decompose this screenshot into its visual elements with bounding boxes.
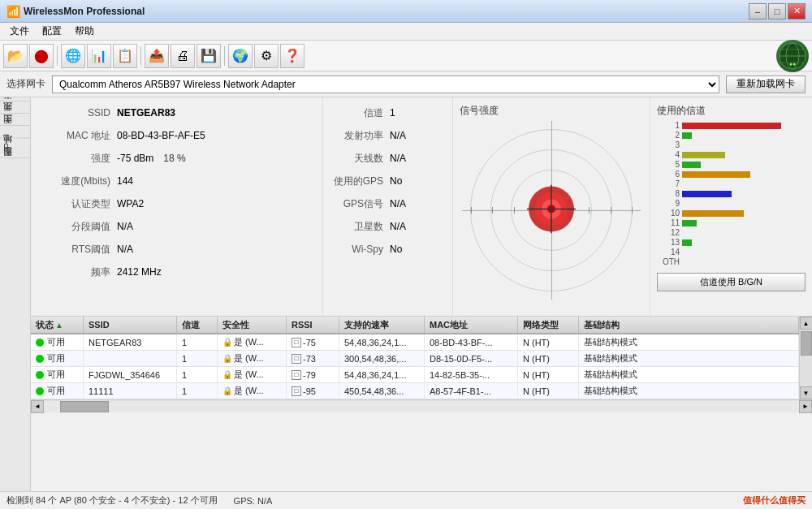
sort-arrow: ▲: [55, 321, 63, 330]
extra-info-panel: 信道 1 发射功率 N/A 天线数 N/A 使用的GPS No GPS信号: [323, 97, 453, 316]
channel-row: 12: [657, 228, 806, 237]
channel-label: 7: [657, 179, 680, 188]
table-scrollbar[interactable]: ▲ ▼: [799, 317, 812, 399]
rssi-icon: □: [292, 354, 301, 364]
menu-file[interactable]: 文件: [3, 23, 36, 40]
scroll-left-button[interactable]: ◄: [31, 400, 44, 413]
td-rssi: □ -79: [287, 367, 339, 382]
toolbar: 📂 ⬤ 🌐 📊 📋 📤 🖨 💾 🌍 ⚙ ❓ ●●: [0, 41, 812, 71]
channel-bar: [682, 210, 744, 217]
table-row[interactable]: 可用 11111 1 🔒是 (W... □ -95 450,54,48,36..…: [31, 383, 799, 399]
lock-icon: 🔒: [222, 370, 232, 379]
close-button[interactable]: ✕: [788, 3, 806, 19]
rssi-box: □ -95: [292, 386, 316, 396]
toolbar-save[interactable]: 💾: [197, 44, 221, 68]
channel-panel: 使用的信道 1234567891011121314OTH 信道使用 B/G/N: [650, 97, 812, 316]
channel-label: 4: [657, 150, 680, 159]
toolbar-print[interactable]: 🖨: [171, 44, 195, 68]
h-scroll-thumb[interactable]: [60, 401, 109, 412]
table-row[interactable]: 可用 FJGDWL_354646 1 🔒是 (W... □ -79 54,48,…: [31, 367, 799, 383]
table-body: 可用 NETGEAR83 1 🔒是 (W... □ -75 54,48,36,2…: [31, 334, 799, 399]
td-nettype: N (HT): [518, 367, 579, 382]
toolbar-list[interactable]: 📋: [113, 44, 137, 68]
scroll-down-button[interactable]: ▼: [800, 386, 813, 399]
scroll-thumb[interactable]: [801, 331, 812, 356]
channel-label: 9: [657, 199, 680, 208]
mac-label: MAC 地址: [44, 129, 117, 143]
radar-target: [527, 185, 576, 236]
auth-value: WPA2: [117, 198, 144, 209]
channel-label: 6: [657, 170, 680, 179]
toolbar-settings[interactable]: ⚙: [254, 44, 279, 68]
antennas-label: 天线数: [333, 152, 390, 166]
sidebar-item-overview[interactable]: 概率: [0, 101, 30, 111]
toolbar-network[interactable]: 🌐: [61, 44, 85, 68]
txpower-label: 发射功率: [333, 129, 390, 143]
channel-bar: [682, 191, 732, 197]
status-text: 可用: [47, 369, 65, 381]
th-speed: 支持的速率: [339, 317, 425, 333]
maximize-button[interactable]: □: [768, 3, 786, 19]
rts-row: RTS阈值 N/A: [44, 240, 309, 258]
reload-button[interactable]: 重新加载网卡: [726, 75, 806, 93]
scroll-up-button[interactable]: ▲: [800, 317, 813, 330]
td-ssid: FJGDWL_354646: [84, 367, 177, 382]
channel-bar-wrap: [682, 220, 806, 226]
toolbar-open[interactable]: 📂: [3, 44, 28, 68]
channel-bar-wrap: [682, 249, 806, 256]
adapter-select[interactable]: Qualcomm Atheros AR5B97 Wireless Network…: [52, 75, 719, 93]
channel-bar: [682, 220, 697, 226]
speed-row: 速度(Mbits) 144: [44, 172, 309, 190]
channel-value: 1: [390, 107, 395, 119]
channel-mode-button[interactable]: 信道使用 B/G/N: [657, 273, 806, 291]
rssi-box: □ -75: [292, 338, 316, 347]
td-security: 🔒是 (W...: [218, 383, 287, 399]
tick1: [471, 207, 472, 214]
toolbar-help[interactable]: ❓: [280, 44, 304, 68]
sidebar-item-main-freq[interactable]: 主频: [0, 113, 30, 123]
scroll-right-button[interactable]: ►: [799, 400, 812, 413]
rts-value: N/A: [117, 244, 133, 255]
channel-row: 7: [657, 179, 806, 188]
menu-help[interactable]: 帮助: [68, 23, 101, 40]
gpsused-value: No: [390, 175, 402, 187]
td-security: 🔒是 (W...: [218, 334, 287, 350]
td-status: 可用: [31, 383, 84, 399]
toolbar-chart[interactable]: 📊: [87, 44, 111, 68]
minimize-button[interactable]: –: [749, 3, 767, 19]
speed-label: 速度(Mbits): [44, 175, 117, 188]
toolbar-globe[interactable]: 🌍: [228, 44, 253, 68]
td-channel: 1: [177, 334, 218, 350]
status-text: 可用: [47, 352, 65, 364]
channel-row: OTH: [657, 257, 806, 266]
seg-value: N/A: [117, 221, 133, 232]
td-infra: 基础结构模式: [579, 351, 799, 366]
td-security: 🔒是 (W...: [218, 367, 287, 382]
channel-bar-wrap: [682, 239, 806, 246]
tick3: [514, 207, 515, 214]
status-text: 可用: [47, 385, 65, 397]
sidebar-item-main-map[interactable]: 主图: [0, 125, 30, 136]
gpssignal-row: GPS信号 N/A: [333, 195, 443, 213]
toolbar-export[interactable]: 📤: [145, 44, 169, 68]
th-rssi: RSSI: [287, 317, 339, 333]
table-row[interactable]: 可用 1 🔒是 (W... □ -73 300,54,48,36,... D8-…: [31, 351, 799, 367]
channel-bar: [682, 132, 692, 139]
channel-row: 4: [657, 150, 806, 159]
sidebar-item-graph[interactable]: 图形: [0, 157, 30, 168]
txpower-row: 发射功率 N/A: [333, 127, 443, 145]
td-rssi: □ -75: [287, 334, 339, 350]
sidebar-item-ip-addr[interactable]: 地址IP: [0, 137, 30, 156]
watermark: 值得什么值得买: [743, 494, 806, 507]
table-scroll-wrap: 状态 ▲ SSID 信道 安全性 RSSI 支持的速率 MAC地址 网络类型 基…: [31, 317, 812, 399]
wispy-row: Wi-Spy No: [333, 240, 443, 258]
td-mac: D8-15-0D-F5-...: [425, 351, 518, 366]
channel-label: 3: [657, 140, 680, 149]
channel-label: 10: [657, 209, 680, 218]
status-dot: [36, 387, 44, 395]
channel-label: 8: [657, 189, 680, 198]
svg-text:●●: ●●: [789, 61, 796, 67]
toolbar-record[interactable]: ⬤: [29, 44, 54, 68]
menu-config[interactable]: 配置: [36, 23, 68, 40]
table-row[interactable]: 可用 NETGEAR83 1 🔒是 (W... □ -75 54,48,36,2…: [31, 334, 799, 351]
